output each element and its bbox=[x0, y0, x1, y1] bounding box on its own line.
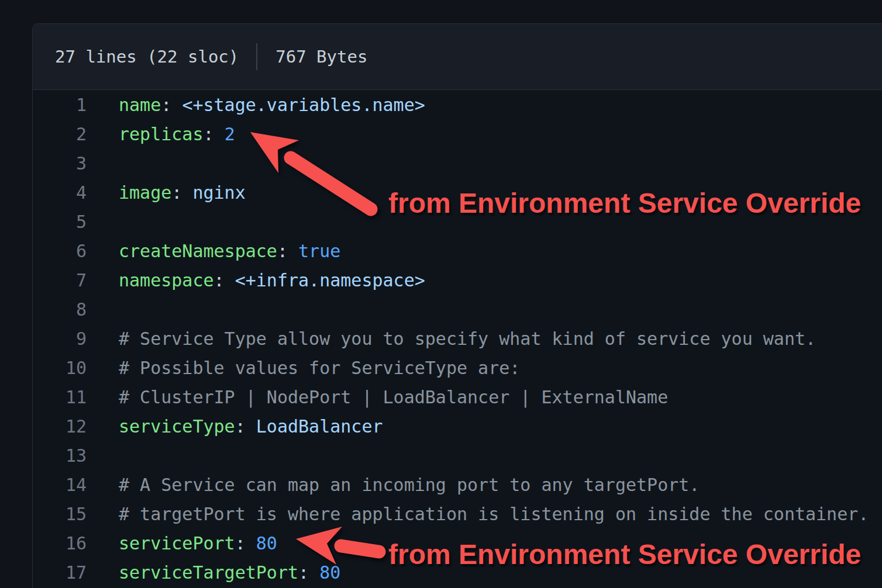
code-line: 9# Service Type allow you to specify wha… bbox=[33, 324, 882, 353]
line-number[interactable]: 11 bbox=[33, 387, 87, 407]
code-line: 12serviceType: LoadBalancer bbox=[33, 411, 882, 441]
file-size-info: 767 Bytes bbox=[275, 47, 367, 67]
code-line: 6createNamespace: true bbox=[33, 236, 882, 265]
code-line-content: namespace: <+infra.namespace> bbox=[87, 270, 425, 290]
line-number[interactable]: 15 bbox=[33, 504, 87, 524]
line-number[interactable]: 13 bbox=[33, 445, 87, 466]
code-line: 15# targetPort is where application is l… bbox=[33, 499, 882, 528]
line-number[interactable]: 5 bbox=[33, 212, 87, 232]
line-number[interactable]: 9 bbox=[33, 328, 87, 349]
line-number[interactable]: 1 bbox=[33, 95, 87, 115]
annotation-label-1: from Environment Service Override bbox=[388, 189, 861, 217]
code-line-content: # Possible values for ServiceType are: bbox=[87, 358, 520, 378]
code-line: 8 bbox=[33, 295, 882, 324]
line-number[interactable]: 10 bbox=[33, 358, 87, 378]
code-line: 1name: <+stage.variables.name> bbox=[33, 90, 882, 119]
annotation-label-2: from Environment Service Override bbox=[388, 541, 861, 569]
code-line-content: # A Service can map an incoming port to … bbox=[87, 475, 700, 495]
code-line: 14# A Service can map an incoming port t… bbox=[33, 470, 882, 499]
line-number[interactable]: 8 bbox=[33, 299, 87, 320]
line-number[interactable]: 16 bbox=[33, 533, 87, 554]
code-line: 11# ClusterIP | NodePort | LoadBalancer … bbox=[33, 382, 882, 411]
code-line-content: # targetPort is where application is lis… bbox=[87, 504, 869, 524]
code-line: 7namespace: <+infra.namespace> bbox=[33, 265, 882, 295]
line-number[interactable]: 6 bbox=[33, 241, 87, 261]
page-background: 27 lines (22 sloc) 767 Bytes 1name: <+st… bbox=[0, 0, 882, 588]
file-lines-info: 27 lines (22 sloc) bbox=[55, 47, 239, 67]
line-number[interactable]: 7 bbox=[33, 270, 87, 290]
code-line-content: serviceTargetPort: 80 bbox=[87, 562, 340, 583]
line-number[interactable]: 17 bbox=[33, 562, 87, 583]
file-header: 27 lines (22 sloc) 767 Bytes bbox=[33, 24, 882, 90]
code-line-content: # ClusterIP | NodePort | LoadBalancer | … bbox=[87, 387, 668, 407]
code-line-content: name: <+stage.variables.name> bbox=[87, 95, 425, 115]
code-area: 1name: <+stage.variables.name>2replicas:… bbox=[33, 90, 882, 587]
code-line-content: # Service Type allow you to specify what… bbox=[87, 328, 816, 349]
line-number[interactable]: 4 bbox=[33, 182, 87, 203]
code-line: 10# Possible values for ServiceType are: bbox=[33, 353, 882, 382]
line-number[interactable]: 12 bbox=[33, 416, 87, 437]
line-number[interactable]: 3 bbox=[33, 153, 87, 174]
code-line: 2replicas: 2 bbox=[33, 119, 882, 148]
code-line-content: replicas: 2 bbox=[87, 124, 235, 144]
line-number[interactable]: 2 bbox=[33, 124, 87, 144]
code-line-content: image: nginx bbox=[87, 182, 246, 203]
code-line-content: serviceType: LoadBalancer bbox=[87, 416, 383, 437]
header-divider bbox=[256, 43, 257, 70]
code-line-content: servicePort: 80 bbox=[87, 533, 277, 554]
line-number[interactable]: 14 bbox=[33, 475, 87, 495]
code-line: 3 bbox=[33, 148, 882, 178]
file-viewer: 27 lines (22 sloc) 767 Bytes 1name: <+st… bbox=[32, 23, 882, 588]
code-line-content: createNamespace: true bbox=[87, 241, 340, 261]
code-line: 13 bbox=[33, 441, 882, 470]
